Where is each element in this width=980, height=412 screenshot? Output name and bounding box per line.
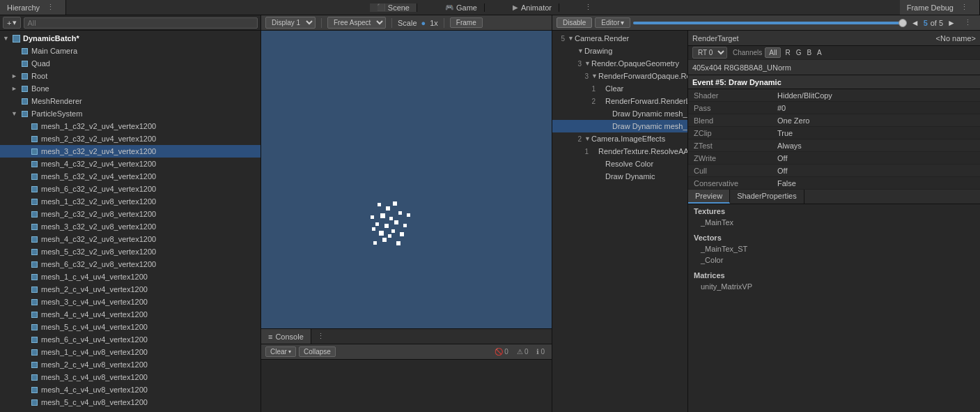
tree-item-mesh-2-c-v4-uv8[interactable]: mesh_2_c_v4_uv8_vertex1200 — [0, 358, 260, 371]
prop-value: False — [777, 179, 796, 188]
tree-item-mesh-5-c32-v2-uv4[interactable]: mesh_5_c32_v2_uv4_vertex1200 — [0, 170, 260, 183]
collapse-button[interactable]: Collapse — [299, 346, 336, 357]
prop-row-ztest: ZTest Always — [688, 139, 980, 152]
tree-label: mesh_3_c32_v2_uv8_vertex1200 — [41, 222, 156, 231]
tree-item-quad[interactable]: Quad — [0, 57, 260, 70]
clear-button[interactable]: Clear ▾ — [265, 346, 296, 357]
frame-item-forward-opaque[interactable]: 3 ▼ RenderForwardOpaque.Render — [552, 70, 687, 82]
tree-item-mesh-2-c32-v2-uv8[interactable]: mesh_2_c32_v2_uv8_vertex1200 — [0, 208, 260, 220]
frame-item-camera-render[interactable]: 5 ▼ Camera.Render — [552, 32, 687, 45]
tree-item-mesh-4-c-v4-uv4[interactable]: mesh_4_c_v4_uv4_vertex1200 — [0, 308, 260, 321]
tree-item-mesh-3-c32-v2-uv4[interactable]: mesh_3_c32_v2_uv4_vertex1200 — [0, 145, 260, 158]
frame-button[interactable]: Frame — [450, 17, 483, 28]
tree-item-mesh-4-c32-v2-uv8[interactable]: mesh_4_c32_v2_uv8_vertex1200 — [0, 233, 260, 245]
rt-select[interactable]: RT 0 — [692, 47, 727, 59]
tree-item-mesh-1-c32-v2-uv4[interactable]: mesh_1_c32_v2_uv4_vertex1200 — [0, 120, 260, 132]
tree-item-mesh-6-c32-v2-uv4[interactable]: mesh_6_c32_v2_uv4_vertex1200 — [0, 183, 260, 195]
tab-shader-props[interactable]: ShaderProperties — [730, 190, 804, 204]
tree-label: mesh_2_c32_v2_uv8_vertex1200 — [41, 210, 156, 218]
cube-icon — [29, 385, 39, 395]
tab-console[interactable]: ≡ Console — [261, 329, 311, 344]
channel-r-button[interactable]: R — [784, 49, 791, 56]
cube-icon — [29, 347, 39, 357]
hierarchy-tab-more[interactable]: ⋮ — [42, 3, 59, 12]
tree-item-mesh-renderer[interactable]: MeshRenderer — [0, 95, 260, 107]
tree-item-mesh-1-c-v4-uv4[interactable]: mesh_1_c_v4_uv4_vertex1200 — [0, 270, 260, 283]
tab-hierarchy[interactable]: Hierarchy ⋮ — [0, 0, 66, 15]
tree-item-mesh-3-c-v4-uv4[interactable]: mesh_3_c_v4_uv4_vertex1200 — [0, 296, 260, 308]
editor-button[interactable]: Editor ▾ — [595, 17, 630, 28]
tree-item-mesh-4-c32-v2-uv4[interactable]: mesh_4_c32_v2_uv4_vertex1200 — [0, 158, 260, 170]
frame-item-resolve-aa[interactable]: 1 RenderTexture.ResolveAA — [552, 145, 687, 158]
tree-item-mesh-5-c-v4-uv4[interactable]: mesh_5_c_v4_uv4_vertex1200 — [0, 321, 260, 333]
tree-item-mesh-1-c-v4-uv8[interactable]: mesh_1_c_v4_uv8_vertex1200 — [0, 346, 260, 358]
prop-name: Cull — [694, 167, 777, 175]
console-tab-more[interactable]: ⋮ — [311, 329, 330, 344]
frame-debug-more[interactable]: ⋮ — [960, 18, 976, 27]
hierarchy-search-input[interactable] — [24, 17, 258, 29]
channel-b-button[interactable]: B — [805, 49, 813, 56]
tree-item-mesh-5-c-v4-uv8[interactable]: mesh_5_c_v4_uv8_vertex1200 — [0, 396, 260, 409]
frame-item-render-loop-job[interactable]: 2 RenderForward.RenderLoopJob — [552, 95, 687, 107]
tab-preview[interactable]: Preview — [688, 190, 730, 204]
tree-label: Main Camera — [31, 47, 77, 55]
scene-area-more[interactable]: ⋮ — [580, 3, 596, 12]
svg-rect-7 — [389, 217, 393, 220]
channel-all-button[interactable]: All — [765, 47, 781, 58]
tree-item-mesh-2-c32-v2-uv4[interactable]: mesh_2_c32_v2_uv4_vertex1200 — [0, 132, 260, 145]
frame-item-image-effects[interactable]: 2 ▼ Camera.ImageEffects — [552, 132, 687, 145]
tree-item-root[interactable]: ► Root — [0, 70, 260, 82]
add-button[interactable]: + ▾ — [3, 17, 21, 29]
frame-item-opaque-geometry[interactable]: 3 ▼ Render.OpaqueGeometry — [552, 57, 687, 70]
tab-animator[interactable]: ▶ Animator — [506, 3, 559, 12]
disable-button[interactable]: Disable — [557, 17, 592, 28]
tree-item-mesh-5-c32-v2-uv8[interactable]: mesh_5_c32_v2_uv8_vertex1200 — [0, 245, 260, 258]
frame-debug-tab-more[interactable]: ⋮ — [956, 3, 972, 12]
display-select[interactable]: Display 1 — [265, 17, 316, 29]
cube-icon — [29, 234, 39, 244]
tree-item-mesh-3-c32-v2-uv8[interactable]: mesh_3_c32_v2_uv8_vertex1200 — [0, 220, 260, 233]
frame-item-clear[interactable]: 1 Clear — [552, 82, 687, 95]
svg-rect-11 — [378, 203, 381, 206]
tree-item-mesh-3-c-v4-uv8[interactable]: mesh_3_c_v4_uv8_vertex1200 — [0, 371, 260, 383]
prop-value: True — [777, 129, 793, 137]
tree-label: mesh_2_c_v4_uv4_vertex1200 — [41, 285, 148, 293]
shader-item-unity-matrix-vp: unity_MatrixVP — [694, 281, 974, 292]
cube-icon — [29, 134, 39, 144]
prop-row-cull: Cull Off — [688, 165, 980, 177]
tree-item-mesh-1-c32-v2-uv8[interactable]: mesh_1_c32_v2_uv8_vertex1200 — [0, 195, 260, 208]
tree-item-mesh-2-c-v4-uv4[interactable]: mesh_2_c_v4_uv4_vertex1200 — [0, 283, 260, 296]
frame-label: Render.OpaqueGeometry — [591, 59, 679, 68]
cube-icon — [29, 197, 39, 206]
tree-label: mesh_5_c32_v2_uv8_vertex1200 — [41, 247, 156, 256]
frame-item-draw-dynamic-mesh1[interactable]: Draw Dynamic mesh_1_c32_v2_uv4_vertex120… — [552, 107, 687, 120]
frame-item-draw-dynamic[interactable]: Draw Dynamic — [552, 170, 687, 183]
preview-tab-label: Preview — [695, 192, 722, 200]
channel-g-button[interactable]: G — [795, 49, 803, 56]
tab-scene[interactable]: ⬛ Scene — [370, 3, 417, 12]
cube-icon — [29, 259, 39, 269]
frame-item-drawing[interactable]: ▼ Drawing — [552, 45, 687, 57]
tree-item-bone[interactable]: ► Bone — [0, 82, 260, 95]
cube-icon — [29, 184, 39, 194]
channel-a-button[interactable]: A — [816, 49, 823, 56]
tree-label: mesh_3_c_v4_uv4_vertex1200 — [41, 298, 148, 306]
prev-frame-button[interactable]: ◄ — [910, 18, 921, 28]
tree-item-mesh-6-c-v4-uv8[interactable]: mesh_6_c_v4_uv8_vertex1200 — [0, 409, 260, 412]
tree-item-main-camera[interactable]: Main Camera — [0, 45, 260, 57]
frame-slider[interactable] — [633, 22, 906, 24]
tree-item-mesh-6-c32-v2-uv8[interactable]: mesh_6_c32_v2_uv8_vertex1200 — [0, 258, 260, 270]
log-badge: ℹ 0 — [534, 348, 547, 356]
frame-item-draw-dynamic-mesh3[interactable]: Draw Dynamic mesh_3_c32_v2_uv4_vertex120… — [552, 120, 687, 132]
collapse-label: Collapse — [304, 348, 331, 356]
frame-item-resolve-color[interactable]: Resolve Color — [552, 158, 687, 170]
aspect-select[interactable]: Free Aspect — [327, 17, 386, 29]
prop-name: ZClip — [694, 129, 777, 137]
next-frame-button[interactable]: ► — [946, 18, 957, 28]
tree-item-mesh-6-c-v4-uv4[interactable]: mesh_6_c_v4_uv4_vertex1200 — [0, 333, 260, 346]
tree-item-dynamic-batch[interactable]: ▼ DynamicBatch* — [0, 32, 260, 45]
tree-item-particle-system[interactable]: ▼ ParticleSystem — [0, 107, 260, 120]
tab-game[interactable]: 🎮 Game — [438, 3, 485, 12]
tab-frame-debug[interactable]: Frame Debug ⋮ — [900, 0, 980, 15]
tree-item-mesh-4-c-v4-uv8[interactable]: mesh_4_c_v4_uv8_vertex1200 — [0, 383, 260, 396]
